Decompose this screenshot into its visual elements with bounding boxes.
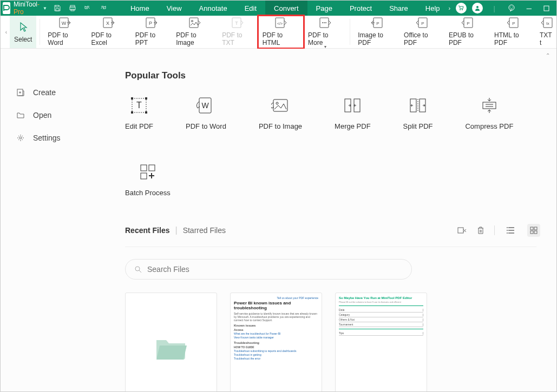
svg-rect-41: [145, 97, 147, 99]
collapse-ribbon-icon[interactable]: ⌃: [546, 52, 550, 58]
svg-text:</>: </>: [277, 22, 283, 25]
ribbon-toolbar: ‹ Select W PDF to Word X PDF to Excel P …: [1, 16, 556, 49]
popular-compress-pdf[interactable]: Compress PDF: [465, 96, 513, 130]
menu-page[interactable]: Page: [307, 1, 341, 16]
delete-icon[interactable]: [477, 226, 484, 235]
popular-tools-title: Popular Tools: [125, 70, 540, 81]
svg-point-4: [462, 9, 463, 10]
svg-rect-9: [544, 6, 549, 11]
image-doc-icon: [188, 17, 202, 28]
sidebar-item-create[interactable]: Create: [1, 81, 109, 104]
tool-office-to-pdf[interactable]: P Office to PDF: [399, 16, 444, 48]
list-view-icon[interactable]: [504, 224, 517, 237]
sidebar-item-label: Open: [33, 111, 51, 119]
svg-text:tx: tx: [547, 22, 550, 25]
tool-pdf-to-excel[interactable]: X PDF to Excel: [87, 16, 131, 48]
chevron-right-icon[interactable]: ›: [449, 5, 451, 11]
sidebar-item-settings[interactable]: Settings: [1, 127, 109, 149]
file-thumbnails: Tell us about your PDF experience Power …: [125, 293, 540, 392]
sidebar-item-open[interactable]: Open: [1, 104, 109, 127]
popular-pdf-to-image[interactable]: PDF to Image: [259, 96, 302, 130]
svg-point-47: [276, 102, 278, 104]
popular-split-pdf[interactable]: Split PDF: [403, 96, 433, 130]
minimize-button[interactable]: ─: [523, 2, 535, 14]
ribbon-separator: [350, 19, 350, 45]
body-area: Create Open Settings Popular Tools T Edi…: [1, 49, 556, 392]
user-avatar-icon[interactable]: [472, 3, 483, 14]
tool-pdf-to-image[interactable]: PDF to Image: [172, 16, 218, 48]
titlebar-right: › | ─ ✕: [449, 2, 557, 14]
ppt-doc-icon: P: [145, 17, 159, 28]
search-icon: [134, 265, 142, 273]
undo-icon[interactable]: [84, 4, 91, 12]
redo-icon[interactable]: [99, 4, 107, 12]
sidebar-item-label: Settings: [33, 134, 61, 142]
txt-doc-icon: T: [231, 17, 245, 28]
tool-select[interactable]: Select: [10, 16, 36, 48]
maximize-button[interactable]: [540, 2, 552, 14]
svg-text:P: P: [467, 21, 469, 26]
cart-icon[interactable]: [456, 3, 467, 14]
svg-text:W: W: [202, 101, 209, 110]
menu-convert[interactable]: Convert: [265, 1, 307, 16]
save-icon[interactable]: [54, 4, 61, 12]
tool-pdf-to-ppt[interactable]: P PDF to PPT: [131, 16, 172, 48]
svg-point-5: [476, 6, 479, 8]
tool-epub-to-pdf[interactable]: P EPUB to PDF: [444, 16, 490, 48]
svg-text:W: W: [62, 21, 67, 26]
svg-rect-42: [131, 111, 133, 114]
tool-html-to-pdf[interactable]: P HTML to PDF: [490, 16, 535, 48]
open-folder-thumb[interactable]: [125, 293, 217, 392]
tool-pdf-to-word[interactable]: W PDF to Word: [43, 16, 87, 48]
popular-edit-pdf[interactable]: T Edit PDF: [125, 96, 153, 130]
menu-home[interactable]: Home: [122, 1, 158, 16]
svg-rect-61: [534, 227, 537, 230]
view-separator: [494, 225, 495, 235]
svg-rect-40: [131, 97, 133, 99]
tool-txt-to-pdf[interactable]: tx TXT t: [535, 16, 554, 48]
search-bar[interactable]: [125, 259, 412, 280]
menu-protect[interactable]: Protect: [341, 1, 381, 16]
create-icon: [16, 88, 25, 97]
svg-rect-60: [530, 227, 533, 230]
app-name: MiniTool-Pro: [14, 1, 40, 16]
popular-pdf-to-word[interactable]: W PDF to Word: [186, 96, 226, 130]
office-to-pdf-icon: P: [415, 17, 429, 28]
file-thumb-1[interactable]: Tell us about your PDF experience Power …: [230, 293, 322, 392]
divider: |: [488, 2, 500, 14]
menu-annotate[interactable]: Annotate: [191, 1, 236, 16]
menu-share[interactable]: Share: [381, 1, 417, 16]
tool-pdf-to-html[interactable]: </> PDF to HTML: [258, 16, 304, 48]
folder-open-icon: [152, 330, 190, 363]
svg-point-3: [460, 9, 461, 10]
svg-point-24: [324, 22, 325, 23]
tool-pdf-to-txt[interactable]: T PDF to TXT: [218, 16, 258, 48]
clear-list-icon[interactable]: [457, 226, 467, 235]
tab-starred-files[interactable]: Starred Files: [183, 226, 226, 235]
menu-view[interactable]: View: [158, 1, 191, 16]
main-menu-bar: Home View Annotate Edit Convert Page Pro…: [122, 1, 449, 16]
svg-point-6: [509, 5, 514, 10]
pdf-word-icon: W: [195, 96, 217, 115]
file-thumb-2[interactable]: So Maybe Have You Run at MiniTool PDF Ed…: [335, 293, 427, 392]
svg-text:T: T: [235, 21, 239, 26]
feedback-icon[interactable]: [506, 2, 517, 14]
search-input[interactable]: [147, 265, 403, 274]
batch-icon: [137, 163, 159, 181]
tab-recent-files[interactable]: Recent Files: [125, 226, 169, 235]
print-icon[interactable]: [69, 4, 76, 12]
app-dropdown-caret[interactable]: ▼: [43, 6, 47, 11]
popular-tools-grid: T Edit PDF W PDF to Word PDF to Image Me…: [125, 96, 540, 197]
popular-batch-process[interactable]: Batch Process: [125, 163, 171, 197]
menu-help[interactable]: Help: [417, 1, 449, 16]
tool-image-to-pdf[interactable]: P Image to PDF: [353, 16, 399, 48]
svg-rect-55: [141, 173, 147, 179]
more-doc-icon: [318, 17, 332, 28]
popular-merge-pdf[interactable]: Merge PDF: [335, 96, 370, 130]
ribbon-scroll-left[interactable]: ‹: [3, 16, 10, 48]
menu-edit[interactable]: Edit: [236, 1, 265, 16]
svg-rect-63: [534, 231, 537, 234]
tool-pdf-to-more[interactable]: PDF to More ▾: [304, 16, 346, 48]
left-sidebar: Create Open Settings: [1, 49, 109, 392]
grid-view-icon[interactable]: [527, 224, 540, 237]
